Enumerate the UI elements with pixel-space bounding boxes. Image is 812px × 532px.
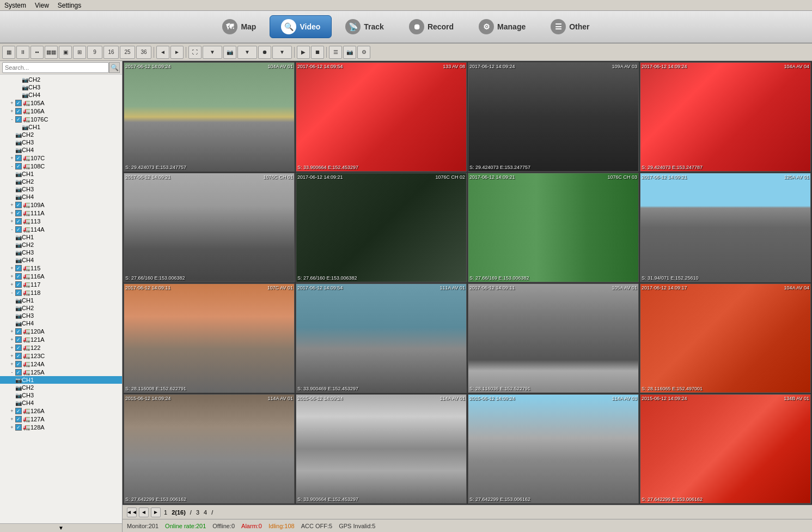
tree-item-ch4-d[interactable]: 📷 CH4	[0, 319, 122, 327]
page-1[interactable]: 1	[164, 509, 167, 516]
tree-item-124a[interactable]: + ✓ 🚛 124A	[0, 360, 122, 368]
expander[interactable]: -	[9, 163, 15, 170]
checkbox-123c[interactable]: ✓	[15, 353, 22, 359]
tree-item-ch1-b[interactable]: 📷 CH1	[0, 170, 122, 178]
toolbar-btn-3[interactable]: ▪▪	[30, 46, 44, 59]
tree-item-ch3-1[interactable]: 📷 CH3	[0, 83, 122, 91]
checkbox-109a[interactable]: ✓	[15, 202, 22, 208]
tree-item-ch4-1[interactable]: 📷 CH4	[0, 91, 122, 99]
tree-item-105a[interactable]: + ✓ 🚛 105A	[0, 99, 122, 107]
toolbar-btn-stop[interactable]: ⏹	[311, 46, 324, 59]
checkbox-125a[interactable]: ✓	[15, 369, 22, 376]
tree-item-ch2-e[interactable]: 📷 CH2	[0, 384, 122, 391]
tree-item-ch4-a[interactable]: 📷 CH4	[0, 146, 122, 154]
checkbox-120a[interactable]: ✓	[15, 328, 22, 335]
video-cell-13[interactable]: 2015-06-12 14:09:24 114A AV 01 S: 27.642…	[124, 394, 295, 504]
video-cell-2[interactable]: 2017-06-12 14:09:54 133 AV 08 S: 33.9006…	[296, 62, 467, 172]
page-2[interactable]: 2(16)	[172, 509, 186, 516]
expander[interactable]: +	[9, 408, 15, 414]
tree-item-ch2-c[interactable]: 📷 CH2	[0, 241, 122, 249]
page-3[interactable]: 3	[196, 509, 199, 516]
video-cell-11[interactable]: 2017-06-12 14:09:11 105A AV 01 S: 28.116…	[468, 283, 639, 393]
checkbox-127a[interactable]: ✓	[15, 416, 22, 422]
toolbar-btn-settings2[interactable]: ⚙	[357, 46, 370, 59]
expander[interactable]	[15, 92, 22, 98]
expander[interactable]: +	[9, 155, 15, 161]
expander[interactable]	[15, 76, 22, 83]
toolbar-btn-25[interactable]: 25	[120, 46, 135, 59]
checkbox-121a[interactable]: ✓	[15, 336, 22, 343]
toolbar-dropdown-3[interactable]: ▼	[272, 46, 292, 59]
video-cell-7[interactable]: 2017-06-12 14:09:21 1076C CH 03 S: 27.66…	[468, 173, 639, 282]
video-cell-16[interactable]: 2015-06-12 14:09:24 134B AV 01 S: 27.642…	[640, 394, 811, 504]
video-cell-3[interactable]: 2017-06-12 14:09:24 109A AV 03 S: 29.424…	[468, 62, 639, 172]
video-cell-6[interactable]: 2017-06-12 14:09:21 1076C CH 02 S: 27.66…	[296, 173, 467, 282]
tree-item-ch2-1[interactable]: 📷 CH2	[0, 76, 122, 83]
checkbox-105a[interactable]: ✓	[15, 100, 22, 106]
tree-item-123c[interactable]: + ✓ 🚛 123C	[0, 352, 122, 360]
video-cell-14[interactable]: 2015-06-12 14:09:24 114A AV 01 S: 33.900…	[296, 394, 467, 504]
checkbox-116a[interactable]: ✓	[15, 273, 22, 280]
toolbar-btn-1[interactable]: ▦	[2, 46, 15, 59]
toolbar-dropdown-1[interactable]: ▼	[203, 46, 222, 59]
expander[interactable]: +	[9, 353, 15, 359]
video-cell-10[interactable]: 2017-06-12 14:09:54 111A AV 01 S: 33.900…	[296, 283, 467, 393]
video-cell-9[interactable]: 2017-06-12 14:09:11 107C AV 01 S: 28.116…	[124, 283, 295, 393]
video-cell-8[interactable]: 2017-06-12 14:09:21 125A AV 01 S: 31.94/…	[640, 173, 811, 282]
expander[interactable]: +	[9, 100, 15, 106]
toolbar-btn-play[interactable]: ▶	[297, 46, 310, 59]
menu-system[interactable]: System	[4, 2, 26, 9]
expander[interactable]: +	[9, 210, 15, 216]
checkbox-122[interactable]: ✓	[15, 344, 22, 351]
tree-item-1076c[interactable]: - ✓ 🚛 1076C	[0, 115, 122, 123]
checkbox-126a[interactable]: ✓	[15, 408, 22, 414]
tree-item-109a[interactable]: + ✓ 🚛 109A	[0, 201, 122, 209]
toolbar-btn-6[interactable]: ⊞	[73, 46, 86, 59]
expander[interactable]: -	[9, 369, 15, 376]
expander[interactable]: -	[9, 289, 15, 296]
tab-manage[interactable]: ⚙ Manage	[467, 15, 537, 38]
tree-item-ch2-a[interactable]: 📷 CH2	[0, 131, 122, 138]
tree-item-126a[interactable]: + ✓ 🚛 126A	[0, 407, 122, 415]
expander[interactable]: -	[9, 116, 15, 123]
toolbar-btn-cam[interactable]: 📷	[343, 46, 356, 59]
tree-item-116a[interactable]: + ✓ 🚛 116A	[0, 272, 122, 280]
expander[interactable]: +	[9, 361, 15, 367]
tree-item-ch3-c[interactable]: 📷 CH3	[0, 249, 122, 256]
tree-item-121a[interactable]: + ✓ 🚛 121A	[0, 335, 122, 343]
sidebar-search-button[interactable]: 🔍	[109, 62, 120, 73]
tab-other[interactable]: ☰ Other	[539, 15, 601, 38]
expander[interactable]: +	[9, 108, 15, 114]
toolbar-btn-36[interactable]: 36	[136, 46, 151, 59]
toolbar-btn-fullscreen[interactable]: ⛶	[188, 46, 202, 59]
tree-item-ch3-d[interactable]: 📷 CH3	[0, 312, 122, 319]
toolbar-btn-record2[interactable]: ⏺	[258, 46, 271, 59]
expander[interactable]	[15, 84, 22, 90]
checkbox-108c[interactable]: ✓	[15, 163, 22, 170]
expander[interactable]: +	[9, 202, 15, 208]
page-next-btn[interactable]: ►	[151, 507, 161, 517]
checkbox-106a[interactable]: ✓	[15, 108, 22, 114]
tree-item-ch3-e[interactable]: 📷 CH3	[0, 391, 122, 399]
tree-item-ch1-e[interactable]: 📷 CH1	[0, 376, 122, 384]
expander[interactable]: +	[9, 344, 15, 351]
tab-video[interactable]: 🔍 Video	[270, 15, 332, 38]
video-cell-4[interactable]: 2017-06-12 14:09:24 104A AV 04 S: 29.424…	[640, 62, 811, 172]
checkbox-118[interactable]: ✓	[15, 289, 22, 296]
toolbar-btn-2[interactable]: ⏸	[16, 46, 29, 59]
tree-item-ch1-d[interactable]: 📷 CH1	[0, 297, 122, 304]
expander[interactable]: +	[9, 273, 15, 280]
toolbar-dropdown-2[interactable]: ▼	[237, 46, 257, 59]
menu-view[interactable]: View	[35, 2, 49, 9]
expander[interactable]: +	[9, 328, 15, 335]
checkbox-113[interactable]: ✓	[15, 218, 22, 225]
toolbar-btn-16[interactable]: 16	[103, 46, 119, 59]
tree-item-ch4-c[interactable]: 📷 CH4	[0, 256, 122, 264]
tree-item-128a[interactable]: + ✓ 🚛 128A	[0, 423, 122, 431]
tree-item-ch3-a[interactable]: 📷 CH3	[0, 138, 122, 146]
toolbar-btn-snap[interactable]: 📷	[223, 46, 236, 59]
sidebar-search-input[interactable]	[2, 62, 109, 73]
menu-settings[interactable]: Settings	[58, 2, 81, 9]
tree-item-ch4-b[interactable]: 📷 CH4	[0, 193, 122, 201]
tree-item-111a[interactable]: + ✓ 🚛 111A	[0, 209, 122, 217]
